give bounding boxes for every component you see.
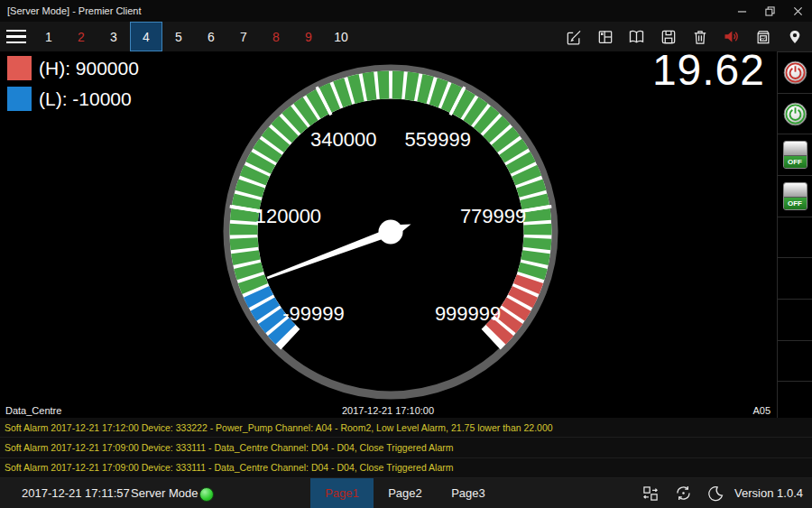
svg-text:779999: 779999 bbox=[460, 205, 526, 227]
bottom-tab-page3[interactable]: Page3 bbox=[437, 478, 500, 508]
restore-button[interactable] bbox=[756, 0, 784, 22]
svg-text:999999: 999999 bbox=[435, 302, 501, 325]
current-value-readout: 19.62 bbox=[652, 45, 765, 95]
svg-text:559999: 559999 bbox=[404, 128, 470, 151]
gauge-info-row: Data_Centre 2017-12-21 17:10:00 A05 bbox=[0, 403, 778, 419]
page-switcher: Page1 Page2 Page3 bbox=[310, 478, 500, 508]
speaker-icon bbox=[722, 27, 741, 46]
close-button[interactable] bbox=[784, 0, 812, 22]
page-tab-7[interactable]: 7 bbox=[227, 22, 260, 51]
page-tab-3[interactable]: 3 bbox=[97, 22, 130, 51]
bottom-tab-page2[interactable]: Page2 bbox=[374, 478, 437, 508]
page-tab-2[interactable]: 2 bbox=[65, 22, 97, 51]
moon-icon bbox=[706, 485, 724, 503]
window-title: [Server Mode] - Premier Client bbox=[0, 5, 142, 16]
power-on-cell bbox=[778, 94, 812, 135]
swap-layout-button[interactable] bbox=[634, 478, 667, 508]
power-off-button[interactable] bbox=[782, 60, 808, 86]
title-bar: [Server Mode] - Premier Client bbox=[0, 0, 812, 22]
edit-icon bbox=[565, 28, 583, 46]
alarm-row[interactable]: Soft Alarm 2017-12-21 17:09:00 Device: 3… bbox=[0, 438, 812, 457]
power-on-button[interactable] bbox=[782, 101, 808, 127]
control-side-panel: OFF OFF bbox=[777, 51, 812, 423]
channel-id: A05 bbox=[434, 405, 778, 416]
empty-cell bbox=[778, 258, 812, 300]
version-label: Version 1.0.4 bbox=[734, 478, 803, 508]
page-tab-9[interactable]: 9 bbox=[292, 22, 325, 51]
server-mode-label: Server Mode bbox=[131, 478, 198, 508]
location-button[interactable] bbox=[779, 22, 810, 51]
sync-button[interactable] bbox=[667, 478, 699, 508]
save-icon bbox=[660, 28, 678, 46]
alarm-list: Soft Alarm 2017-12-21 17:12:00 Device: 3… bbox=[0, 418, 812, 478]
toggle-knob bbox=[784, 142, 807, 156]
low-threshold-swatch bbox=[7, 87, 32, 111]
low-threshold-label: (L): -10000 bbox=[39, 88, 132, 110]
night-mode-button[interactable] bbox=[699, 478, 732, 508]
toggle-state-label: OFF bbox=[784, 156, 807, 168]
alarm-row[interactable]: Soft Alarm 2017-12-21 17:12:00 Device: 3… bbox=[0, 418, 812, 438]
layout-icon bbox=[596, 28, 614, 46]
minimize-icon bbox=[737, 6, 747, 16]
page-tab-6[interactable]: 6 bbox=[195, 22, 227, 51]
swap-layout-icon bbox=[641, 485, 660, 503]
status-bar: 2017-12-21 17:11:57 Server Mode Page1 Pa… bbox=[0, 478, 812, 508]
toggle-cell-2: OFF bbox=[778, 176, 812, 217]
page-tab-5[interactable]: 5 bbox=[162, 22, 195, 51]
threshold-legend: (H): 900000 (L): -10000 bbox=[7, 56, 139, 117]
book-icon bbox=[627, 27, 646, 46]
high-threshold-swatch bbox=[7, 56, 32, 80]
connection-status-dot bbox=[199, 487, 214, 502]
svg-text:-99999: -99999 bbox=[282, 302, 345, 325]
trash-icon bbox=[691, 28, 709, 46]
gauge-timestamp: 2017-12-21 17:10:00 bbox=[342, 405, 434, 416]
layout-button[interactable] bbox=[589, 22, 621, 51]
high-threshold-label: (H): 900000 bbox=[39, 58, 139, 79]
snapshot-icon bbox=[754, 28, 772, 46]
restore-icon bbox=[765, 6, 775, 16]
empty-cell bbox=[778, 341, 812, 383]
toggle-cell-1: OFF bbox=[778, 134, 812, 176]
edit-button[interactable] bbox=[558, 22, 589, 51]
close-icon bbox=[793, 6, 803, 16]
toggle-state-label: OFF bbox=[784, 198, 807, 209]
power-off-cell bbox=[778, 52, 812, 94]
clock: 2017-12-21 17:11:57 bbox=[22, 478, 130, 508]
minimize-button[interactable] bbox=[728, 0, 756, 22]
window-controls bbox=[728, 0, 812, 22]
low-threshold-row: (L): -10000 bbox=[7, 87, 139, 111]
page-tab-1[interactable]: 1 bbox=[32, 22, 65, 51]
location-pin-icon bbox=[786, 28, 804, 46]
high-threshold-row: (H): 900000 bbox=[7, 56, 139, 80]
empty-cell bbox=[778, 300, 812, 341]
sync-icon bbox=[674, 484, 693, 503]
gauge-dial: -99999120000340000559999779999999999 bbox=[208, 49, 574, 415]
alarm-row[interactable]: Soft Alarm 2017-12-21 17:09:00 Device: 3… bbox=[0, 458, 812, 478]
menu-button[interactable] bbox=[0, 22, 32, 51]
page-tab-10[interactable]: 10 bbox=[325, 22, 357, 51]
toggle-switch-2[interactable]: OFF bbox=[783, 182, 807, 210]
status-bar-icons bbox=[634, 478, 732, 508]
toggle-knob bbox=[784, 183, 807, 198]
svg-text:340000: 340000 bbox=[310, 128, 376, 151]
device-name: Data_Centre bbox=[0, 405, 342, 416]
book-button[interactable] bbox=[621, 22, 652, 51]
page-tab-8[interactable]: 8 bbox=[260, 22, 292, 51]
svg-text:120000: 120000 bbox=[255, 205, 321, 227]
bottom-tab-page1[interactable]: Page1 bbox=[310, 478, 374, 508]
page-tab-4[interactable]: 4 bbox=[130, 22, 162, 51]
toggle-switch-1[interactable]: OFF bbox=[783, 141, 807, 169]
empty-cell bbox=[778, 217, 812, 259]
